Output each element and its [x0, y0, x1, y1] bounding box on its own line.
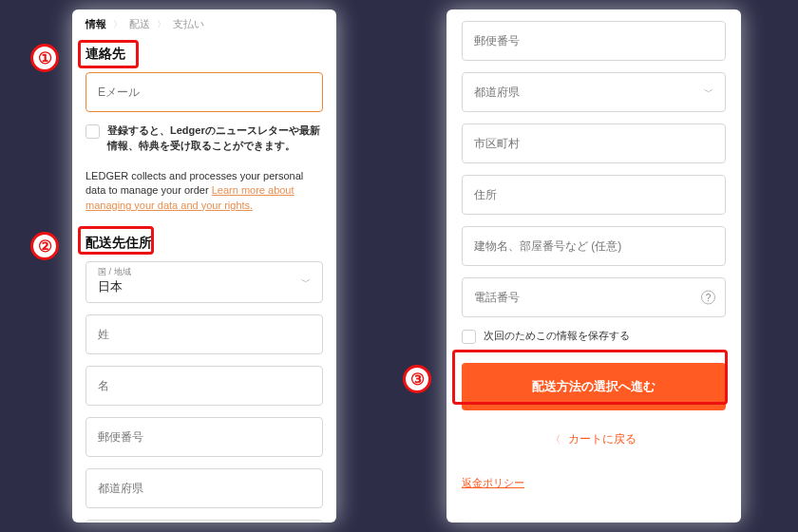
city-wrap-left: [86, 520, 323, 522]
checkbox-icon[interactable]: [86, 124, 100, 139]
proceed-shipping-button[interactable]: 配送方法の選択へ進む: [462, 363, 726, 410]
postal-field[interactable]: [86, 418, 322, 456]
prefecture-wrap[interactable]: [86, 468, 323, 508]
shipping-heading: 配送先住所: [86, 235, 152, 252]
checkout-panel-left: 情報 〉 配送 〉 支払い 連絡先 登録すると、Ledgerのニュースレターや最…: [72, 10, 336, 522]
postal-field-r[interactable]: [463, 22, 725, 60]
last-name-wrap: [86, 314, 323, 354]
save-info-label: 次回のためこの情報を保存する: [484, 329, 630, 344]
back-to-cart-link[interactable]: 〈 カートに戻る: [462, 431, 726, 447]
last-name-field[interactable]: [86, 315, 322, 353]
annotation-badge-1: ①: [30, 44, 59, 72]
breadcrumb-shipping[interactable]: 配送: [129, 17, 150, 31]
phone-field[interactable]: [463, 278, 725, 316]
breadcrumb: 情報 〉 配送 〉 支払い: [86, 17, 323, 31]
contact-heading: 連絡先: [86, 46, 125, 63]
building-wrap: [462, 226, 726, 266]
annotation-badge-2: ②: [30, 232, 59, 260]
back-to-cart-label: カートに戻る: [568, 431, 636, 447]
address-wrap: [462, 175, 726, 215]
phone-wrap: ?: [462, 277, 726, 317]
chevron-left-icon: 〈: [551, 433, 560, 446]
help-icon[interactable]: ?: [701, 291, 715, 305]
newsletter-consent-label: 登録すると、Ledgerのニュースレターや最新情報、特典を受け取ることができます…: [107, 124, 323, 154]
checkbox-icon[interactable]: [462, 330, 476, 344]
chevron-right-icon: 〉: [157, 18, 166, 31]
postal-wrap: [86, 417, 323, 457]
country-value: 日本: [98, 278, 311, 295]
city-field-left[interactable]: [86, 521, 322, 522]
building-field[interactable]: [463, 227, 725, 265]
checkout-panel-right: ﹀ ? 次回のためこの情報を保存する 配送方法の選択へ進む 〈 カートに戻る 返…: [446, 10, 741, 522]
address-field[interactable]: [463, 176, 725, 214]
first-name-wrap: [86, 366, 323, 406]
country-label: 国 / 地域: [98, 266, 311, 278]
refund-policy-link[interactable]: 返金ポリシー: [462, 476, 524, 490]
breadcrumb-info[interactable]: 情報: [86, 17, 106, 31]
save-info-row[interactable]: 次回のためこの情報を保存する: [462, 329, 726, 344]
postal-wrap-r: [462, 21, 726, 61]
email-field-wrap: [86, 72, 323, 112]
annotation-badge-3: ③: [403, 365, 431, 393]
prefecture-field-r[interactable]: [463, 73, 725, 111]
newsletter-consent-row[interactable]: 登録すると、Ledgerのニュースレターや最新情報、特典を受け取ることができます…: [86, 124, 323, 154]
email-field[interactable]: [86, 73, 322, 111]
prefecture-field[interactable]: [86, 469, 322, 507]
prefecture-wrap-r[interactable]: ﹀: [462, 72, 726, 112]
city-field-r[interactable]: [463, 124, 725, 162]
city-wrap-r: [462, 124, 726, 163]
privacy-note: LEDGER collects and processes your perso…: [86, 169, 323, 213]
breadcrumb-payment[interactable]: 支払い: [173, 17, 204, 31]
chevron-right-icon: 〉: [113, 18, 123, 31]
country-select[interactable]: 国 / 地域 日本 ﹀: [86, 261, 323, 303]
first-name-field[interactable]: [86, 367, 322, 405]
